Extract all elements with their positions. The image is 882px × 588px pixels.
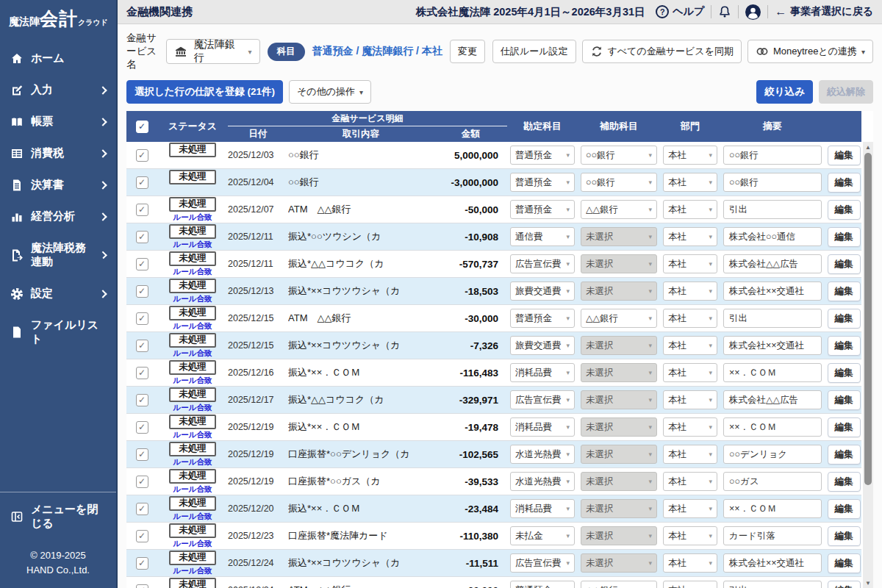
row-checkbox[interactable]: ✓ — [136, 448, 148, 461]
sub-account-select[interactable]: △△銀行▾ — [581, 200, 657, 219]
row-checkbox[interactable]: ✓ — [136, 584, 148, 588]
account-select[interactable]: 広告宣伝費▾ — [510, 553, 575, 573]
edit-button[interactable]: 編集 — [828, 254, 861, 274]
memo-input[interactable]: 引出 — [723, 200, 822, 219]
memo-input[interactable]: ××．ＣＯＭ — [723, 417, 822, 437]
service-select[interactable]: 魔法陣銀行 ▾ — [166, 39, 259, 64]
row-checkbox[interactable]: ✓ — [136, 285, 148, 298]
account-select[interactable]: 普通預金▾ — [510, 581, 575, 588]
moneytree-link-button[interactable]: Moneytreeとの連携 ▾ — [747, 40, 873, 63]
edit-button[interactable]: 編集 — [828, 173, 861, 193]
memo-input[interactable]: 株式会社××交通社 — [723, 553, 822, 573]
account-select[interactable]: 通信費▾ — [510, 227, 575, 246]
sub-account-select[interactable]: 未選択▾ — [581, 390, 657, 409]
row-checkbox[interactable]: ✓ — [136, 530, 148, 542]
edit-button[interactable]: 編集 — [828, 200, 861, 220]
memo-input[interactable]: 引出 — [723, 309, 822, 328]
sub-account-select[interactable]: 未選択▾ — [581, 254, 657, 273]
row-checkbox[interactable]: ✓ — [136, 231, 148, 243]
account-select[interactable]: 未払金▾ — [510, 526, 575, 545]
row-checkbox[interactable]: ✓ — [136, 421, 148, 434]
memo-input[interactable]: ××．ＣＯＭ — [723, 499, 822, 518]
account-select[interactable]: 水道光熱費▾ — [510, 445, 575, 464]
department-select[interactable]: 本社▾ — [663, 363, 717, 382]
edit-button[interactable]: 編集 — [828, 445, 861, 465]
edit-button[interactable]: 編集 — [828, 309, 861, 329]
sidebar-item-home[interactable]: ホーム — [0, 43, 116, 74]
edit-button[interactable]: 編集 — [828, 227, 861, 247]
sub-account-select[interactable]: 未選択▾ — [581, 336, 657, 355]
sub-account-select[interactable]: △△銀行▾ — [581, 581, 657, 588]
back-to-business-select-link[interactable]: ← 事業者選択に戻る — [775, 5, 873, 18]
department-select[interactable]: 本社▾ — [663, 417, 717, 437]
register-journal-button[interactable]: 選択した行の仕訳を登録 (21件) — [126, 80, 283, 104]
memo-input[interactable]: 株式会社○○通信 — [723, 227, 822, 246]
account-select[interactable]: 広告宣伝費▾ — [510, 254, 575, 273]
account-select[interactable]: 普通預金▾ — [510, 200, 575, 219]
sidebar-item-filelist[interactable]: ファイルリスト — [0, 309, 116, 355]
memo-input[interactable]: カード引落 — [723, 526, 822, 545]
row-checkbox[interactable]: ✓ — [136, 476, 148, 488]
sub-account-select[interactable]: 未選択▾ — [581, 526, 657, 545]
department-select[interactable]: 本社▾ — [663, 200, 717, 219]
department-select[interactable]: 本社▾ — [663, 581, 717, 588]
scroll-up-icon[interactable]: ▲ — [865, 142, 871, 152]
row-checkbox[interactable]: ✓ — [136, 149, 148, 162]
row-checkbox[interactable]: ✓ — [136, 394, 148, 406]
account-select[interactable]: 水道光熱費▾ — [510, 472, 575, 491]
scrollbar-thumb[interactable] — [864, 153, 872, 485]
change-button[interactable]: 変更 — [450, 40, 485, 63]
row-checkbox[interactable]: ✓ — [136, 204, 148, 216]
account-select[interactable]: 広告宣伝費▾ — [510, 390, 575, 409]
department-select[interactable]: 本社▾ — [663, 254, 717, 273]
department-select[interactable]: 本社▾ — [663, 282, 717, 301]
edit-button[interactable]: 編集 — [828, 146, 861, 165]
account-select[interactable]: 普通預金▾ — [510, 146, 575, 165]
memo-input[interactable]: 株式会社△△広告 — [723, 390, 822, 409]
select-all-checkbox[interactable]: ✓ — [136, 121, 148, 133]
sub-account-select[interactable]: ○○銀行▾ — [581, 173, 657, 192]
sidebar-item-report[interactable]: 帳票 — [0, 106, 116, 137]
department-select[interactable]: 本社▾ — [663, 472, 717, 491]
row-checkbox[interactable]: ✓ — [136, 367, 148, 379]
journal-rule-settings-button[interactable]: 仕訳ルール設定 — [492, 40, 576, 63]
filter-button[interactable]: 絞り込み — [756, 80, 813, 104]
edit-button[interactable]: 編集 — [828, 417, 861, 437]
row-checkbox[interactable]: ✓ — [136, 312, 148, 325]
department-select[interactable]: 本社▾ — [663, 445, 717, 464]
sidebar-item-close-menu[interactable]: メニューを閉じる — [0, 494, 116, 539]
sidebar-item-tax[interactable]: 消費税 — [0, 137, 116, 169]
memo-input[interactable]: ○○銀行 — [723, 146, 822, 165]
department-select[interactable]: 本社▾ — [663, 526, 717, 545]
account-select[interactable]: 旅費交通費▾ — [510, 336, 575, 355]
account-select[interactable]: 消耗品費▾ — [510, 363, 575, 382]
edit-button[interactable]: 編集 — [828, 336, 861, 356]
memo-input[interactable]: ○○デンリョク — [723, 445, 822, 464]
other-operations-button[interactable]: その他の操作 ▾ — [289, 80, 371, 104]
memo-input[interactable]: 株式会社××交通社 — [723, 336, 822, 355]
department-select[interactable]: 本社▾ — [663, 499, 717, 518]
edit-button[interactable]: 編集 — [828, 282, 861, 301]
account-select[interactable]: 消耗品費▾ — [510, 417, 575, 437]
table-scrollbar[interactable]: ▲ ▼ — [863, 142, 873, 588]
sub-account-select[interactable]: 未選択▾ — [581, 417, 657, 437]
help-button[interactable]: ？ ヘルプ — [656, 5, 704, 18]
sub-account-select[interactable]: ○○銀行▾ — [581, 146, 657, 165]
memo-input[interactable]: ××．ＣＯＭ — [723, 363, 822, 382]
department-select[interactable]: 本社▾ — [663, 336, 717, 355]
sub-account-select[interactable]: 未選択▾ — [581, 282, 657, 301]
sidebar-item-taxlink[interactable]: 魔法陣税務連動 — [0, 232, 116, 278]
edit-button[interactable]: 編集 — [828, 363, 861, 383]
row-checkbox[interactable]: ✓ — [136, 340, 148, 352]
memo-input[interactable]: ○○ガス — [723, 472, 822, 491]
sidebar-item-settings[interactable]: 設定 — [0, 278, 116, 309]
sub-account-select[interactable]: 未選択▾ — [581, 227, 657, 246]
department-select[interactable]: 本社▾ — [663, 390, 717, 409]
department-select[interactable]: 本社▾ — [663, 227, 717, 246]
sub-account-select[interactable]: 未選択▾ — [581, 553, 657, 573]
row-checkbox[interactable]: ✓ — [136, 557, 148, 570]
edit-button[interactable]: 編集 — [828, 553, 861, 573]
edit-button[interactable]: 編集 — [828, 472, 861, 492]
sub-account-select[interactable]: 未選択▾ — [581, 472, 657, 491]
edit-button[interactable]: 編集 — [828, 390, 861, 410]
